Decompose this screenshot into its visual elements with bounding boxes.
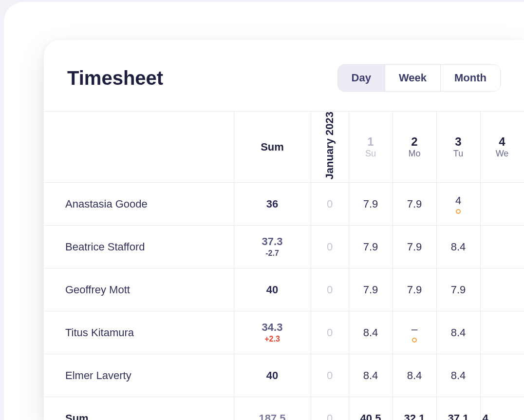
employee-name[interactable]: Elmer Laverty bbox=[44, 354, 234, 397]
day-header-3[interactable]: 3 Tu bbox=[436, 112, 480, 183]
hours-cell[interactable]: 0 bbox=[311, 268, 349, 311]
table-row: Geoffrey Mott4007.97.97.9 bbox=[44, 268, 524, 311]
hours-cell[interactable]: 7.9 bbox=[393, 183, 436, 226]
table-row: Anastasia Goode3607.97.94 bbox=[44, 183, 524, 226]
hours-cell[interactable]: 7.9 bbox=[349, 183, 393, 226]
page-title: Timesheet bbox=[67, 67, 163, 89]
hours-cell[interactable]: 8.4 bbox=[436, 226, 480, 268]
row-sum: 36 bbox=[234, 183, 311, 226]
footer-row: Sum187.5040.532.137.14 bbox=[44, 397, 524, 420]
month-column: January 2023 bbox=[311, 112, 349, 183]
employee-name[interactable]: Titus Kitamura bbox=[44, 311, 234, 354]
hours-cell[interactable]: 8.4 bbox=[393, 354, 436, 397]
hours-cell[interactable]: 4 bbox=[436, 183, 480, 226]
spill-cell bbox=[480, 354, 524, 397]
footer-hours-cell: 32.1 bbox=[393, 397, 436, 420]
day-header-1[interactable]: 1 Su bbox=[349, 112, 393, 183]
spill-cell bbox=[480, 183, 524, 226]
row-sum: 37.3-2.7 bbox=[234, 226, 311, 268]
day-header-4[interactable]: 4 We bbox=[480, 112, 524, 183]
header: Timesheet Day Week Month bbox=[44, 40, 524, 111]
footer-label: Sum bbox=[44, 397, 234, 420]
footer-hours-cell: 37.1 bbox=[436, 397, 480, 420]
day-header-2[interactable]: 2 Mo bbox=[393, 112, 436, 183]
indicator-icon bbox=[412, 338, 417, 343]
hours-cell[interactable]: 0 bbox=[311, 311, 349, 354]
table-row: Elmer Laverty4008.48.48.4 bbox=[44, 354, 524, 397]
month-label: January 2023 bbox=[323, 112, 336, 179]
timesheet-card: Timesheet Day Week Month bbox=[44, 40, 524, 420]
hours-cell[interactable]: 7.9 bbox=[393, 268, 436, 311]
table-row: Beatrice Stafford37.3-2.707.97.98.4 bbox=[44, 226, 524, 268]
header-sum: Sum bbox=[234, 112, 311, 183]
segment-month[interactable]: Month bbox=[441, 65, 500, 91]
footer-spill: 4 bbox=[480, 397, 524, 420]
employee-name[interactable]: Anastasia Goode bbox=[44, 183, 234, 226]
hours-cell[interactable]: 7.9 bbox=[436, 268, 480, 311]
row-sum: 40 bbox=[234, 268, 311, 311]
hours-cell[interactable]: 0 bbox=[311, 226, 349, 268]
hours-cell[interactable]: 8.4 bbox=[349, 311, 393, 354]
spill-cell bbox=[480, 311, 524, 354]
header-name-blank bbox=[44, 112, 234, 183]
hours-cell[interactable]: – bbox=[393, 311, 436, 354]
hours-cell[interactable]: 0 bbox=[311, 183, 349, 226]
footer-hours-cell: 40.5 bbox=[349, 397, 393, 420]
footer-hours-cell: 0 bbox=[311, 397, 349, 420]
employee-name[interactable]: Geoffrey Mott bbox=[44, 268, 234, 311]
timesheet-table-wrap: Sum January 2023 1 Su 2 Mo bbox=[44, 111, 524, 420]
view-segmented-control: Day Week Month bbox=[337, 64, 501, 92]
hours-cell[interactable]: 8.4 bbox=[436, 311, 480, 354]
hours-cell[interactable]: 8.4 bbox=[349, 354, 393, 397]
segment-week[interactable]: Week bbox=[385, 65, 441, 91]
hours-cell[interactable]: 8.4 bbox=[436, 354, 480, 397]
spill-cell bbox=[480, 226, 524, 268]
indicator-icon bbox=[456, 209, 461, 214]
hours-cell[interactable]: 0 bbox=[311, 354, 349, 397]
hours-cell[interactable]: 7.9 bbox=[349, 226, 393, 268]
row-sum: 34.3+2.3 bbox=[234, 311, 311, 354]
row-sum: 40 bbox=[234, 354, 311, 397]
outer-card: Timesheet Day Week Month bbox=[4, 2, 524, 420]
hours-cell[interactable]: 7.9 bbox=[349, 268, 393, 311]
segment-day[interactable]: Day bbox=[338, 65, 385, 91]
table-row: Titus Kitamura34.3+2.308.4–8.4 bbox=[44, 311, 524, 354]
employee-name[interactable]: Beatrice Stafford bbox=[44, 226, 234, 268]
timesheet-table: Sum January 2023 1 Su 2 Mo bbox=[44, 111, 524, 420]
footer-sum: 187.5 bbox=[234, 397, 311, 420]
spill-cell bbox=[480, 268, 524, 311]
hours-cell[interactable]: 7.9 bbox=[393, 226, 436, 268]
